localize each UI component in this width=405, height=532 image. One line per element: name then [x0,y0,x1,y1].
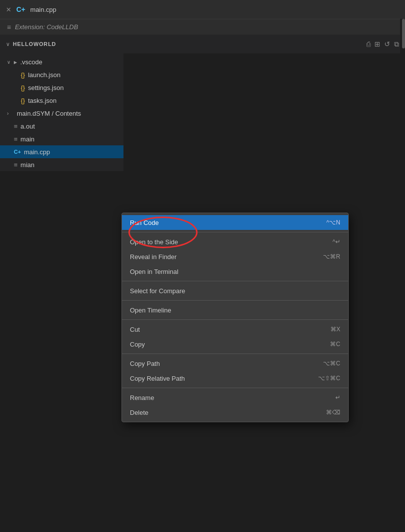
menu-item-label: Run Code [130,219,159,226]
binary-icon: ≡ [14,161,18,169]
json-icon: {} [21,71,25,79]
menu-item-shortcut: ^⌥N [326,219,340,226]
file-label: launch.json [28,71,61,79]
menu-item-label: Cut [130,326,140,333]
menu-separator [122,281,348,281]
menu-item-copy[interactable]: Copy ⌘C [122,337,348,352]
menu-item-label: Copy Path [130,360,160,367]
menu-item-copy-relative-path[interactable]: Copy Relative Path ⌥⇧⌘C [122,371,348,386]
file-label: settings.json [28,84,64,91]
close-icon[interactable]: ✕ [6,6,11,13]
tree-item-vscode[interactable]: ∨ ▸ .vscode [0,55,123,68]
menu-item-open-timeline[interactable]: Open Timeline [122,303,348,317]
tree-item-launch-json[interactable]: {} launch.json [0,68,123,81]
refresh-icon[interactable]: ↺ [384,40,390,48]
explorer-actions: ⎙ ⊞ ↺ ⧉ [366,40,399,48]
file-explorer: ∨ ▸ .vscode {} launch.json {} settings.j… [0,53,123,171]
folder-name: main.dSYM / Contents [17,110,81,117]
menu-separator [122,319,348,320]
menu-item-delete[interactable]: Delete ⌘⌫ [122,405,348,420]
tree-item-settings-json[interactable]: {} settings.json [0,81,123,94]
scrollbar[interactable] [400,19,405,532]
menu-item-label: Open to the Side [130,238,178,246]
explorer-title: HELLOWORLD [13,41,56,47]
menu-item-reveal-finder[interactable]: Reveal in Finder ⌥⌘R [122,249,348,264]
binary-icon: ≡ [14,123,18,130]
menu-separator [122,388,348,388]
explorer-header: ∨ HELLOWORLD ⎙ ⊞ ↺ ⧉ [0,35,405,53]
tree-item-main-cpp[interactable]: C+ main.cpp [0,145,123,158]
expand-arrow: › [7,110,14,116]
menu-separator [122,354,348,354]
new-folder-icon[interactable]: ⊞ [374,40,380,48]
menu-item-label: Open Timeline [130,307,171,314]
file-label: tasks.json [28,97,57,104]
cpp-icon: C+ [14,149,21,155]
menu-item-shortcut: ⌘⌫ [326,409,340,416]
tree-item-tasks-json[interactable]: {} tasks.json [0,94,123,107]
context-menu: Run Code ^⌥N Open to the Side ^↵ Reveal … [122,213,349,422]
menu-item-run-code[interactable]: Run Code ^⌥N [122,215,348,230]
scrollbar-thumb[interactable] [402,19,405,48]
menu-item-label: Delete [130,409,149,416]
binary-icon: ≡ [14,135,18,143]
menu-item-label: Select for Compare [130,287,185,295]
menu-item-open-terminal[interactable]: Open in Terminal [122,264,348,279]
menu-item-shortcut: ⌘C [330,341,340,348]
file-label: a.out [21,123,35,130]
menu-item-shortcut: ^↵ [332,238,340,245]
menu-item-shortcut: ⌘X [330,326,340,333]
file-type-icon: C+ [16,5,25,13]
menu-item-shortcut: ⌥⇧⌘C [318,375,340,382]
expand-arrow: ∨ [7,59,14,65]
subtitle-bar: ≡ Extension: CodeLLDB [0,19,405,35]
menu-icon: ≡ [7,23,11,31]
menu-item-open-side[interactable]: Open to the Side ^↵ [122,234,348,249]
file-label: main.cpp [24,148,50,156]
menu-item-rename[interactable]: Rename ↵ [122,390,348,405]
tree-item-aout[interactable]: ≡ a.out [0,120,123,133]
collapse-arrow[interactable]: ∨ [6,41,10,47]
menu-item-label: Rename [130,394,154,401]
menu-item-label: Open in Terminal [130,268,178,275]
folder-icon: ▸ [14,58,17,66]
menu-item-copy-path[interactable]: Copy Path ⌥⌘C [122,356,348,371]
collapse-all-icon[interactable]: ⧉ [394,40,399,48]
menu-item-shortcut: ⌥⌘C [323,360,340,367]
new-file-icon[interactable]: ⎙ [366,40,370,48]
tree-item-main[interactable]: ≡ main [0,133,123,145]
file-label: main [21,135,35,143]
title-bar: ✕ C+ main.cpp [0,0,405,19]
menu-item-shortcut: ⌥⌘R [323,253,340,260]
tree-item-dsym[interactable]: › main.dSYM / Contents [0,107,123,120]
tree-item-mian[interactable]: ≡ mian [0,158,123,171]
menu-item-label: Copy [130,341,145,348]
menu-item-label: Reveal in Finder [130,253,177,261]
folder-name: .vscode [20,58,42,66]
json-icon: {} [21,97,25,104]
menu-separator [122,232,348,232]
menu-item-label: Copy Relative Path [130,375,185,382]
menu-item-shortcut: ↵ [335,394,340,401]
extension-label: Extension: CodeLLDB [15,23,78,31]
json-icon: {} [21,84,25,91]
menu-item-cut[interactable]: Cut ⌘X [122,322,348,337]
file-label: mian [21,161,35,169]
tab-filename[interactable]: main.cpp [30,6,56,13]
menu-item-select-compare[interactable]: Select for Compare [122,283,348,298]
menu-separator [122,300,348,301]
